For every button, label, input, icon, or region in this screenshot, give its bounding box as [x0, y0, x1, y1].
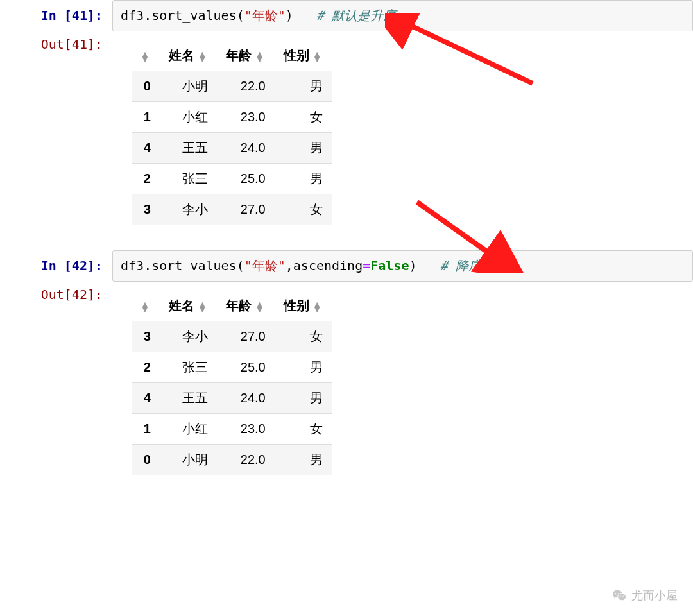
cell: 25.0 [217, 352, 274, 383]
cell: 男 [275, 133, 332, 164]
notebook-cell-42: In [42]: df3.sort_values("年龄",ascending=… [0, 250, 693, 475]
cell: 27.0 [217, 321, 274, 352]
cell: 23.0 [217, 414, 274, 445]
cell: 22.0 [217, 445, 274, 475]
code-obj: df3 [121, 8, 144, 23]
col-header[interactable]: 年龄 [217, 40, 274, 71]
cell: 女 [275, 194, 332, 225]
table-row: 3李小27.0女 [132, 194, 332, 225]
code-obj: df3 [121, 258, 144, 273]
code-input[interactable]: df3.sort_values("年龄",ascending=False) # … [112, 250, 693, 282]
table-row: 1小红23.0女 [132, 102, 332, 133]
table-header-row: 姓名 年龄 性别 [132, 291, 332, 321]
cell: 女 [275, 102, 332, 133]
cell: 小红 [160, 102, 217, 133]
out-prompt: Out[42]: [0, 287, 112, 302]
row-index: 3 [132, 194, 160, 225]
cell: 李小 [160, 194, 217, 225]
cell: 男 [275, 71, 332, 102]
notebook-cell-41: In [41]: df3.sort_values("年龄") # 默认是升序 O… [0, 0, 693, 225]
row-index: 2 [132, 164, 160, 194]
col-header[interactable]: 年龄 [217, 291, 274, 321]
cell: 女 [275, 414, 332, 445]
table-row: 4王五24.0男 [132, 383, 332, 414]
sort-icon [255, 51, 264, 62]
in-prompt: In [42]: [0, 250, 112, 273]
code-input[interactable]: df3.sort_values("年龄") # 默认是升序 [112, 0, 693, 31]
cell: 小红 [160, 414, 217, 445]
code-method: sort_values [151, 8, 236, 23]
row-index: 1 [132, 102, 160, 133]
cell: 27.0 [217, 194, 274, 225]
code-arg: "年龄" [244, 8, 286, 23]
row-index: 0 [132, 71, 160, 102]
cell: 男 [275, 445, 332, 475]
sort-icon [198, 51, 207, 62]
cell: 女 [275, 321, 332, 352]
cell: 张三 [160, 352, 217, 383]
cell: 男 [275, 352, 332, 383]
code-method: sort_values [151, 258, 236, 273]
sort-icon [141, 302, 150, 312]
row-index: 2 [132, 352, 160, 383]
code-comment: # 降序 [440, 258, 481, 273]
row-index: 4 [132, 383, 160, 414]
table-row: 0小明22.0男 [132, 445, 332, 475]
cell: 小明 [160, 445, 217, 475]
out-prompt: Out[41]: [0, 37, 112, 52]
cell: 男 [275, 383, 332, 414]
cell: 24.0 [217, 383, 274, 414]
cell: 张三 [160, 164, 217, 194]
col-header[interactable]: 性别 [275, 291, 332, 321]
index-header[interactable] [132, 291, 160, 321]
row-index: 3 [132, 321, 160, 352]
cell: 王五 [160, 133, 217, 164]
cell: 李小 [160, 321, 217, 352]
cell: 24.0 [217, 133, 274, 164]
cell: 小明 [160, 71, 217, 102]
output-area: 姓名 年龄 性别 3李小27.0女2张三25.0男4王五24.0男1小红23.0… [112, 287, 693, 475]
index-header[interactable] [132, 40, 160, 71]
code-kwval: False [370, 258, 409, 273]
row-index: 4 [132, 133, 160, 164]
cell: 25.0 [217, 164, 274, 194]
col-header[interactable]: 性别 [275, 40, 332, 71]
col-header[interactable]: 姓名 [160, 291, 217, 321]
cell: 23.0 [217, 102, 274, 133]
row-index: 0 [132, 445, 160, 475]
table-row: 1小红23.0女 [132, 414, 332, 445]
in-prompt: In [41]: [0, 0, 112, 23]
code-arg: "年龄" [244, 258, 286, 273]
row-index: 1 [132, 414, 160, 445]
table-row: 0小明22.0男 [132, 71, 332, 102]
table-row: 3李小27.0女 [132, 321, 332, 352]
output-area: 姓名 年龄 性别 0小明22.0男1小红23.0女4王五24.0男2张三25.0… [112, 37, 693, 225]
table-header-row: 姓名 年龄 性别 [132, 40, 332, 71]
table-row: 2张三25.0男 [132, 164, 332, 194]
sort-icon [312, 51, 321, 62]
sort-icon [141, 51, 150, 62]
dataframe-table: 姓名 年龄 性别 0小明22.0男1小红23.0女4王五24.0男2张三25.0… [132, 40, 332, 225]
cell: 男 [275, 164, 332, 194]
sort-icon [312, 302, 321, 312]
table-row: 2张三25.0男 [132, 352, 332, 383]
cell: 22.0 [217, 71, 274, 102]
sort-icon [255, 302, 264, 312]
cell: 王五 [160, 383, 217, 414]
code-comment: # 默认是升序 [316, 8, 396, 23]
table-row: 4王五24.0男 [132, 133, 332, 164]
col-header[interactable]: 姓名 [160, 40, 217, 71]
code-kwarg: ascending [293, 258, 363, 273]
dataframe-table: 姓名 年龄 性别 3李小27.0女2张三25.0男4王五24.0男1小红23.0… [132, 291, 332, 475]
sort-icon [198, 302, 207, 312]
